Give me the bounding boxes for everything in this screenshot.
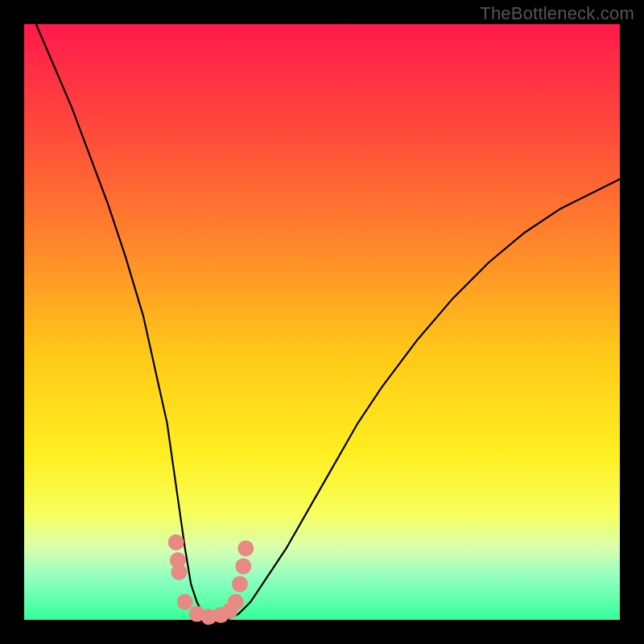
bottleneck-curve: [36, 24, 620, 620]
curve-marker: [177, 594, 193, 610]
curve-marker: [235, 558, 251, 574]
curve-marker: [232, 576, 248, 592]
curve-marker: [168, 535, 184, 551]
chart-svg: [24, 24, 620, 620]
watermark-text: TheBottleneck.com: [480, 3, 634, 24]
curve-marker: [171, 564, 187, 580]
curve-marker: [237, 540, 254, 556]
chart-frame: TheBottleneck.com: [0, 0, 644, 644]
curve-marker: [228, 594, 244, 610]
